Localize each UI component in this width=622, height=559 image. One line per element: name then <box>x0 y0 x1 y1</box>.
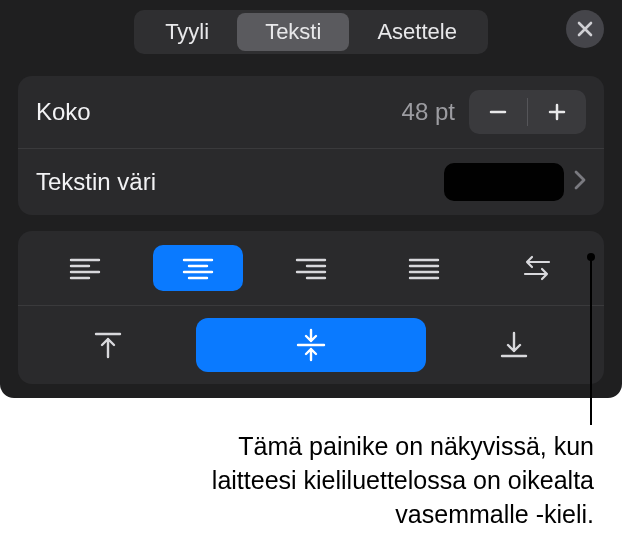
valign-top-button[interactable] <box>36 318 180 372</box>
callout-line <box>590 255 592 425</box>
valign-top-icon <box>92 329 124 361</box>
text-properties-group: Koko 48 pt Tekstin väri <box>18 76 604 215</box>
close-icon <box>576 20 594 38</box>
plus-icon <box>546 101 568 123</box>
size-row: Koko 48 pt <box>18 76 604 149</box>
size-value[interactable]: 48 pt <box>402 98 455 126</box>
text-direction-button[interactable] <box>492 245 582 291</box>
close-button[interactable] <box>566 10 604 48</box>
align-left-icon <box>69 256 101 280</box>
valign-middle-icon <box>294 328 328 362</box>
minus-icon <box>487 101 509 123</box>
disclosure-chevron <box>574 170 586 194</box>
size-decrease-button[interactable] <box>469 90 527 134</box>
valign-bottom-button[interactable] <box>442 318 586 372</box>
format-panel: Tyyli Teksti Asettele Koko 48 pt <box>0 0 622 398</box>
callout-caption: Tämä painike on näkyvissä, kun laitteesi… <box>174 430 594 531</box>
rtl-direction-icon <box>521 255 553 281</box>
align-left-button[interactable] <box>40 245 130 291</box>
size-label: Koko <box>36 98 402 126</box>
valign-bottom-icon <box>498 329 530 361</box>
tab-text[interactable]: Teksti <box>237 13 349 51</box>
align-justify-icon <box>408 256 440 280</box>
align-center-button[interactable] <box>153 245 243 291</box>
tab-bar: Tyyli Teksti Asettele <box>0 0 622 68</box>
align-justify-button[interactable] <box>379 245 469 291</box>
tab-style[interactable]: Tyyli <box>137 13 237 51</box>
size-increase-button[interactable] <box>528 90 586 134</box>
valign-middle-button[interactable] <box>196 318 426 372</box>
horizontal-alignment-row <box>18 231 604 306</box>
size-stepper <box>469 90 586 134</box>
align-right-button[interactable] <box>266 245 356 291</box>
text-color-label: Tekstin väri <box>36 168 444 196</box>
vertical-alignment-row <box>18 306 604 384</box>
tabs-segmented-control: Tyyli Teksti Asettele <box>134 10 488 54</box>
text-color-row[interactable]: Tekstin väri <box>18 149 604 215</box>
align-right-icon <box>295 256 327 280</box>
align-center-icon <box>182 256 214 280</box>
chevron-right-icon <box>574 170 586 190</box>
alignment-group <box>18 231 604 384</box>
tab-arrange[interactable]: Asettele <box>349 13 485 51</box>
text-color-swatch[interactable] <box>444 163 564 201</box>
